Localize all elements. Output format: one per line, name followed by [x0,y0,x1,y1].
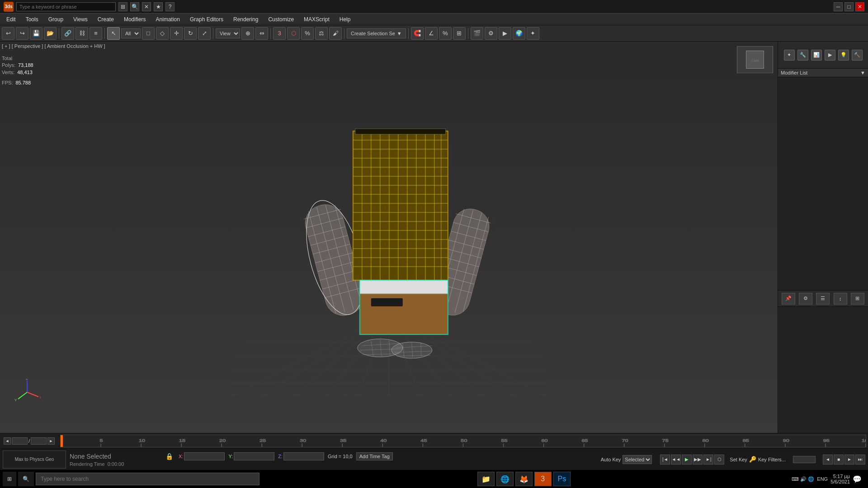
x-input[interactable]: -308,62 [184,452,225,460]
filter-dropdown[interactable]: All [121,28,141,38]
taskbar-firefox[interactable]: 🦊 [515,472,533,486]
maximize-btn[interactable]: □ [844,2,854,11]
open-btn[interactable]: 📂 [44,27,57,40]
anim-go-end-btn[interactable]: ►| [703,455,713,465]
right-panel-icons: ✦ 🔧 📊 ▶ 💡 🔨 [778,42,868,69]
pin-btn[interactable]: 📌 [782,293,795,305]
menu-animation[interactable]: Animation [151,15,184,23]
show-all-btn[interactable]: ☰ [816,293,830,305]
menu-maxscript[interactable]: MAXScript [299,15,334,23]
minimize-btn[interactable]: ─ [834,2,843,11]
menu-help[interactable]: Help [335,15,355,23]
search-taskbar-btn[interactable]: 🔍 [18,472,34,486]
percent-btn[interactable]: % [301,27,314,40]
anim-next-btn[interactable]: ▶▶ [693,455,703,465]
view-dropdown[interactable]: View [216,28,240,38]
key-filters-btn[interactable]: Key Filters... [758,457,786,462]
menu-rendering[interactable]: Rendering [229,15,263,23]
percent-snap-btn[interactable]: % [439,27,452,40]
configure-btn[interactable]: ⚙ [799,293,812,305]
viewport-container[interactable]: [ + ] [ Perspective ] [ Ambient Occlusio… [0,42,778,433]
key-frame-btn[interactable]: ⬡ [287,27,300,40]
grid-btn[interactable]: ⊞ [851,293,864,305]
menu-modifiers[interactable]: Modifiers [119,15,151,23]
modifier-list-area [778,77,868,290]
align-btn[interactable]: ⊕ [241,27,254,40]
taskbar-search-input[interactable] [36,473,259,485]
motion-icon[interactable]: ▶ [825,50,835,61]
render-fx-btn[interactable]: ✦ [527,27,539,40]
scale-btn[interactable]: ⤢ [198,27,211,40]
modify-icon[interactable]: 🔧 [797,50,808,61]
render-frame-btn[interactable]: ▶ [499,27,511,40]
taskbar-3dsmax[interactable]: 3 [534,472,552,486]
star-btn[interactable]: ★ [154,2,163,11]
taskbar-photoshop[interactable]: Ps [553,472,571,486]
mini-skip-btn[interactable]: ⏭ [855,455,865,465]
hierarchy-icon[interactable]: 📊 [811,50,822,61]
mini-prev-btn[interactable]: ◄ [823,455,833,465]
angle-snap-btn[interactable]: ∠ [425,27,438,40]
mirror-btn[interactable]: ⇔ [255,27,268,40]
create-icon[interactable]: ✦ [784,50,795,61]
create-selection-btn[interactable]: Create Selection Se ▼ [347,28,406,38]
taskbar-chrome[interactable]: 🌐 [496,472,514,486]
undo-btn[interactable]: ↩ [2,27,14,40]
search-history-btn[interactable]: ⊞ [118,2,127,11]
move-btn[interactable]: ✛ [170,27,183,40]
z-input[interactable]: 0,0 [283,452,324,460]
sort-btn[interactable]: ↕ [834,293,847,305]
stats-verts-row: Verts: 48,413 [2,69,33,76]
link-btn[interactable]: 🔗 [61,27,74,40]
menu-tools[interactable]: Tools [21,15,43,23]
keyword-search-input[interactable] [16,2,116,11]
y-input[interactable]: -33,555 [234,452,274,460]
menu-customize[interactable]: Customize [264,15,298,23]
render-btn[interactable]: 🎬 [471,27,483,40]
next-frame-btn[interactable]: ► [47,437,55,445]
search-x-btn[interactable]: ✕ [142,2,151,11]
notification-icon[interactable]: 💬 [853,475,862,483]
spinner-snap-btn[interactable]: ⊞ [453,27,466,40]
menu-create[interactable]: Create [93,15,118,23]
help-btn[interactable]: ? [165,2,175,11]
render-settings-btn[interactable]: ⚙ [485,27,497,40]
menu-graph-editors[interactable]: Graph Editors [185,15,228,23]
frame-input[interactable]: 0 [12,437,28,445]
add-time-tag-btn[interactable]: Add Time Tag [356,452,393,460]
save-btn[interactable]: 💾 [30,27,42,40]
modifier-dropdown-arrow[interactable]: ▼ [860,70,865,75]
select-btn[interactable]: ↖ [107,27,120,40]
menu-group[interactable]: Group [44,15,68,23]
utilities-icon[interactable]: 🔨 [852,50,863,61]
display-icon[interactable]: 💡 [838,50,849,61]
prev-frame-btn[interactable]: ◄ [4,437,11,445]
frame-num-btn[interactable]: 3 [273,27,286,40]
timeline-ruler[interactable]: 5 10 15 20 25 30 35 40 45 50 55 60 65 70… [60,435,866,447]
select-region-btn[interactable]: □ [142,27,155,40]
anim-go-start-btn[interactable]: |◄ [660,455,670,465]
menu-edit[interactable]: Edit [2,15,20,23]
anim-key-mode-btn[interactable]: ⬡ [714,455,724,465]
render-env-btn[interactable]: 🌍 [513,27,525,40]
rotate-btn[interactable]: ↻ [184,27,197,40]
anim-prev-btn[interactable]: ◄◄ [671,455,681,465]
brush-btn[interactable]: 🖌 [329,27,342,40]
bind-btn[interactable]: ≡ [90,27,102,40]
current-frame-input[interactable]: 0 [793,456,816,463]
mini-next2-btn[interactable]: ► [844,455,854,465]
start-btn[interactable]: ⊞ [3,472,16,486]
mini-stop-btn[interactable]: ■ [834,455,844,465]
taskbar-folder[interactable]: 📁 [477,472,495,486]
snap-btn[interactable]: 🧲 [411,27,424,40]
search-btn[interactable]: 🔍 [130,2,139,11]
select-fence-btn[interactable]: ◇ [156,27,169,40]
frame-end-input[interactable]: 100 [31,437,47,445]
redo-btn[interactable]: ↪ [16,27,28,40]
weight-btn[interactable]: ⚖ [315,27,328,40]
unlink-btn[interactable]: ⛓ [75,27,88,40]
close-btn[interactable]: ✕ [855,2,864,11]
anim-play-btn[interactable]: ▶ [682,455,692,465]
menu-views[interactable]: Views [69,15,92,23]
autokey-dropdown[interactable]: Selected [623,455,652,464]
